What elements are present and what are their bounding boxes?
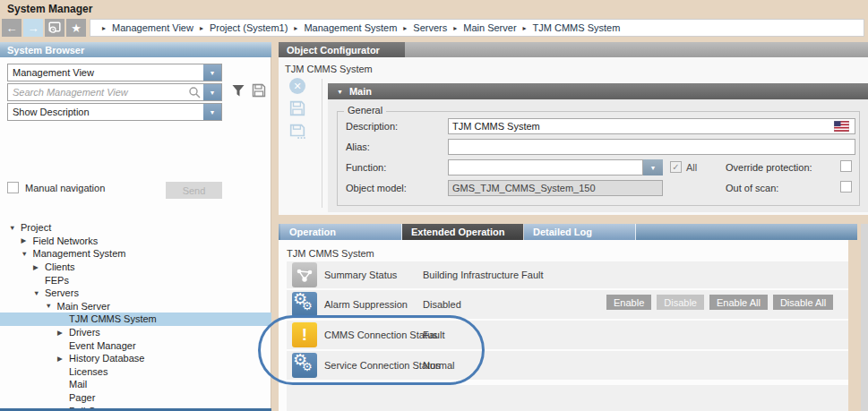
tree-item-feps[interactable]: FEPs [0, 273, 271, 287]
function-field[interactable] [448, 159, 643, 176]
description-field[interactable] [448, 118, 855, 134]
warning-icon: ! [292, 322, 317, 347]
tree-item-label: Management System [33, 248, 126, 259]
operation-object-name: TJM CMMS System [287, 248, 374, 259]
save-filter-icon[interactable] [252, 83, 266, 98]
function-dropdown-button[interactable]: ▼ [643, 159, 663, 176]
override-protection-checkbox[interactable] [840, 160, 852, 172]
tree-item-label: Project [21, 222, 51, 233]
tab-operation[interactable]: Operation [280, 224, 402, 240]
main-section-title: Main [349, 86, 372, 97]
object-model-label: Object model: [346, 183, 407, 193]
view-selector-value: Management View [13, 67, 203, 78]
save-button[interactable] [289, 100, 305, 116]
tree-item-label: FEPs [45, 275, 69, 286]
view-selector[interactable]: Management View ▼ [7, 64, 222, 81]
manual-navigation-checkbox[interactable] [7, 182, 19, 193]
breadcrumb-item-tjm-cmms-system[interactable]: TJM CMMS System [533, 22, 621, 33]
favorites-button[interactable]: ★ [66, 19, 86, 37]
breadcrumb-item-project-system1[interactable]: Project (System1) [210, 22, 288, 33]
filter-icon[interactable] [231, 84, 245, 98]
tree-item-tjm-cmms-system[interactable]: TJM CMMS System [0, 313, 271, 326]
tree-item-servers[interactable]: ▼Servers [0, 287, 271, 300]
description-label: Description: [346, 121, 398, 132]
alias-label: Alias: [346, 141, 370, 152]
chevron-expanded-icon[interactable]: ▼ [9, 224, 21, 232]
breadcrumb-item-management-system[interactable]: Management System [304, 22, 397, 33]
search-box: ▼ [7, 83, 222, 101]
tab-label: Operation [289, 227, 336, 237]
status-row-value: Normal [423, 360, 454, 371]
tab-detailed-log[interactable]: Detailed Log [524, 224, 636, 240]
all-checkbox-label: All [686, 162, 697, 173]
display-mode-selector[interactable]: Show Description ▼ [7, 103, 222, 121]
system-browser-panel: Management View ▼ ▼ Show Description ▼ M… [0, 57, 271, 408]
forward-button[interactable]: → [23, 19, 43, 37]
out-of-scan-checkbox[interactable] [840, 181, 852, 193]
tree-item-licenses[interactable]: Licenses [0, 365, 271, 379]
search-input[interactable] [8, 84, 188, 100]
cancel-button[interactable]: ✕ [289, 78, 305, 94]
status-row-value: Fault [423, 330, 444, 340]
history-icon [48, 21, 61, 34]
chevron-down-icon[interactable]: ▼ [203, 104, 221, 120]
language-flag-icon[interactable] [834, 121, 849, 132]
tree-item-event-manager[interactable]: Event Manager [0, 338, 271, 352]
vertical-scrollbar[interactable] [861, 224, 868, 411]
alarm-suppression-buttons: EnableDisableEnable AllDisable All [606, 295, 833, 310]
alias-field[interactable] [448, 139, 855, 155]
tree-item-field-networks[interactable]: ▶Field Networks [0, 235, 271, 248]
history-button[interactable] [45, 19, 64, 37]
save-as-button[interactable] [289, 124, 305, 140]
system-manager-window: System Manager ← → ★ ▸Management View▸Pr… [0, 0, 868, 411]
chevron-collapsed-icon[interactable]: ▶ [57, 329, 69, 337]
chevron-expanded-icon: ▼ [337, 89, 343, 95]
back-button[interactable]: ← [2, 19, 21, 37]
breadcrumb-arrow-icon: ▸ [453, 24, 457, 32]
chevron-expanded-icon[interactable]: ▼ [33, 289, 45, 297]
tree-item-management-system[interactable]: ▼Management System [0, 247, 271, 261]
override-protection-label: Override protection: [726, 162, 812, 173]
enable-all-button[interactable]: Enable All [709, 295, 768, 310]
chevron-collapsed-icon[interactable]: ▶ [21, 236, 33, 244]
back-icon: ← [6, 21, 18, 35]
out-of-scan-label: Out of scan: [726, 183, 778, 193]
disable-button[interactable]: Disable [657, 295, 704, 310]
general-groupbox-label: General [344, 105, 386, 116]
tree-item-label: Clients [45, 261, 75, 272]
enable-button[interactable]: Enable [606, 295, 651, 310]
forward-icon: → [28, 21, 39, 35]
tree-item-clients[interactable]: ▶Clients [0, 261, 271, 274]
breadcrumb-item-management-view[interactable]: Management View [112, 22, 193, 33]
tree-item-label: Field Networks [33, 235, 99, 246]
breadcrumb-arrow-icon: ▸ [102, 24, 106, 32]
all-checkbox[interactable]: ✓ [670, 161, 682, 173]
disable-all-button[interactable]: Disable All [773, 295, 833, 310]
vertical-divider [322, 79, 322, 208]
tree-item-mail[interactable]: Mail [0, 378, 271, 391]
tab-object-configurator[interactable]: Object Configurator [279, 42, 405, 57]
status-row-label: Summary Status [324, 270, 423, 280]
tree-item-project[interactable]: ▼Project [0, 221, 271, 235]
tab-extended-operation[interactable]: Extended Operation [402, 224, 524, 240]
breadcrumb-arrow-icon: ▸ [200, 24, 203, 32]
tree-item-pager[interactable]: Pager [0, 391, 271, 405]
breadcrumb-arrow-icon: ▸ [294, 24, 297, 32]
chevron-collapsed-icon[interactable]: ▶ [33, 263, 45, 271]
tree-item-drivers[interactable]: ▶Drivers [0, 326, 271, 339]
gears-icon: ⚙⚙ [292, 353, 317, 378]
tree-item-label: TJM CMMS System [69, 313, 157, 324]
chevron-expanded-icon[interactable]: ▼ [21, 250, 33, 258]
breadcrumb-item-servers[interactable]: Servers [413, 22, 447, 33]
tree-item-history-database[interactable]: ▶History Database [0, 352, 271, 365]
chevron-collapsed-icon[interactable]: ▶ [57, 355, 69, 363]
main-section-header[interactable]: ▼ Main [328, 83, 868, 99]
object-model-field [448, 180, 663, 196]
tree-item-main-server[interactable]: ▼Main Server [0, 300, 271, 313]
send-button[interactable]: Send [166, 182, 222, 199]
search-chevron-down-icon[interactable]: ▼ [203, 84, 221, 100]
chevron-down-icon[interactable]: ▼ [203, 64, 221, 81]
display-mode-value: Show Description [13, 107, 203, 117]
breadcrumb-item-main-server[interactable]: Main Server [463, 22, 516, 33]
chevron-expanded-icon[interactable]: ▼ [46, 302, 57, 310]
